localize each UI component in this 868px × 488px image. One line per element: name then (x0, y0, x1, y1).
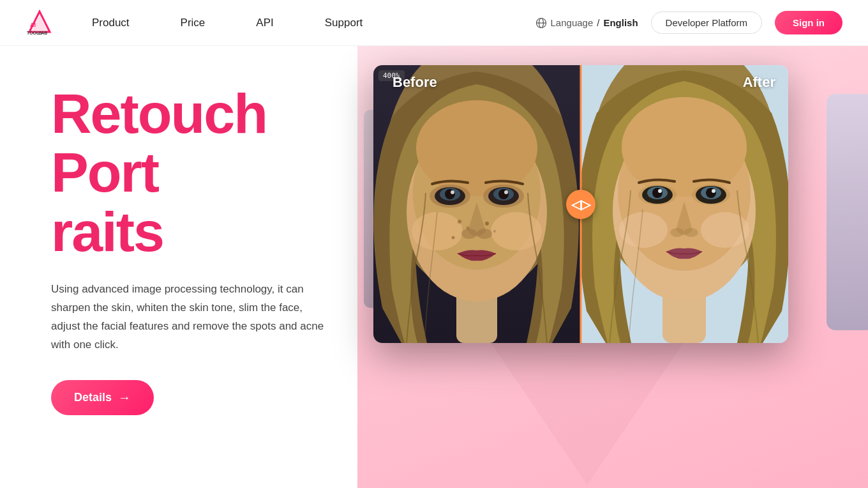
svg-text:LAB: LAB (38, 31, 47, 35)
nav-support[interactable]: Support (325, 17, 363, 29)
svg-point-29 (485, 222, 489, 225)
divider-handle[interactable]: ◁▷ (566, 190, 595, 219)
hero-description: Using advanced image processing technolo… (51, 280, 326, 355)
svg-point-23 (451, 190, 454, 194)
svg-point-49 (712, 189, 715, 193)
svg-point-22 (498, 189, 509, 199)
language-value: English (603, 17, 638, 28)
after-panel (581, 65, 788, 343)
developer-platform-button[interactable]: Developer Platform (651, 11, 762, 34)
svg-point-28 (467, 227, 470, 230)
svg-point-27 (458, 220, 461, 224)
language-label: Language (551, 17, 594, 28)
svg-text:AI: AI (30, 22, 36, 28)
main-content: Retouch Port raits Using advanced image … (0, 46, 868, 488)
logo-icon: AI TOOLS LAB (26, 9, 54, 37)
tablet-bg-element (827, 94, 868, 330)
sign-in-button[interactable]: Sign in (775, 11, 842, 34)
comparison-widget: 400% Before After (373, 65, 788, 343)
svg-point-24 (504, 190, 508, 194)
nav-price[interactable]: Price (181, 17, 206, 29)
nav-right: Language / English Developer Platform Si… (535, 11, 842, 34)
navbar: AI TOOLS LAB Product Price API Support L… (0, 0, 868, 46)
svg-point-25 (461, 229, 477, 239)
svg-point-51 (684, 228, 698, 237)
language-separator: / (597, 17, 599, 28)
after-face-svg (581, 65, 788, 343)
left-panel: Retouch Port raits Using advanced image … (0, 46, 357, 488)
before-face-svg (373, 65, 581, 343)
right-panel: 400% Before After (357, 46, 868, 488)
svg-point-31 (452, 236, 455, 240)
after-label: After (743, 74, 775, 91)
hero-title: Retouch Port raits (51, 84, 332, 261)
nav-product[interactable]: Product (92, 17, 130, 29)
svg-point-30 (493, 230, 496, 233)
before-label: Before (393, 74, 437, 91)
svg-point-48 (658, 189, 662, 193)
svg-point-50 (670, 228, 684, 237)
nav-links: Product Price API Support (92, 17, 535, 29)
svg-point-47 (706, 188, 716, 198)
globe-icon (535, 17, 547, 29)
arrow-icon: → (118, 390, 131, 405)
svg-point-12 (416, 100, 537, 196)
svg-point-21 (445, 189, 455, 199)
svg-point-26 (477, 229, 492, 239)
logo[interactable]: AI TOOLS LAB (26, 9, 54, 37)
svg-point-46 (652, 188, 662, 198)
language-selector[interactable]: Language / English (535, 17, 638, 29)
nav-api[interactable]: API (256, 17, 273, 29)
details-label: Details (74, 391, 112, 404)
details-button[interactable]: Details → (51, 380, 154, 415)
before-panel (373, 65, 581, 343)
